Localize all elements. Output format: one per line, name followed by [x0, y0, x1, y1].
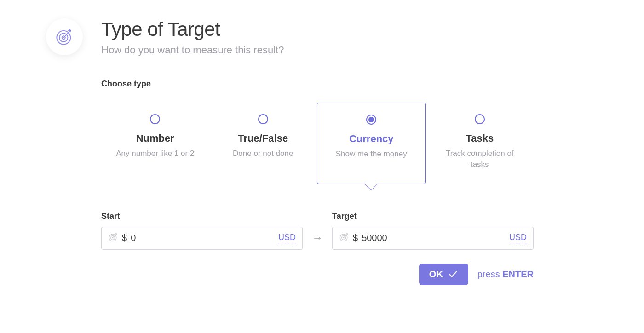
type-title: Currency: [324, 133, 419, 145]
type-desc: Any number like 1 or 2: [108, 148, 202, 159]
type-option-number[interactable]: Number Any number like 1 or 2: [101, 103, 209, 184]
start-input[interactable]: [131, 233, 275, 243]
target-input-container: $ USD: [332, 227, 534, 250]
arrow-right-icon: →: [312, 231, 323, 250]
type-desc: Done or not done: [216, 148, 310, 159]
type-desc: Show me the money: [324, 149, 419, 160]
target-icon-badge: [46, 18, 83, 55]
type-option-currency[interactable]: Currency Show me the money: [317, 103, 426, 184]
value-inputs-row: Start $ USD → Target $ USD: [101, 212, 534, 250]
target-icon: [108, 232, 118, 244]
radio-icon: [258, 114, 268, 124]
currency-symbol: $: [353, 233, 358, 243]
radio-icon: [366, 115, 376, 125]
type-title: Number: [108, 132, 202, 144]
page-title: Type of Target: [101, 18, 284, 40]
type-desc: Track completion of tasks: [433, 148, 527, 170]
type-title: True/False: [216, 132, 310, 144]
start-input-container: $ USD: [101, 227, 303, 250]
start-label: Start: [101, 212, 303, 221]
press-enter-hint: press ENTER: [477, 269, 534, 280]
choose-type-label: Choose type: [101, 79, 534, 89]
type-option-tasks[interactable]: Tasks Track completion of tasks: [426, 103, 534, 184]
type-option-truefalse[interactable]: True/False Done or not done: [209, 103, 317, 184]
enter-word: ENTER: [502, 269, 534, 279]
target-icon: [339, 232, 349, 244]
currency-code-selector[interactable]: USD: [509, 233, 527, 243]
target-input[interactable]: [362, 233, 506, 243]
page-subtitle: How do you want to measure this result?: [101, 44, 284, 56]
press-word: press: [477, 269, 500, 279]
ok-button[interactable]: OK: [419, 264, 468, 285]
radio-icon: [475, 114, 485, 124]
type-title: Tasks: [433, 132, 527, 144]
footer-actions: OK press ENTER: [101, 264, 534, 285]
svg-line-3: [63, 32, 69, 38]
currency-code-selector[interactable]: USD: [278, 233, 296, 243]
page-header: Type of Target How do you want to measur…: [46, 18, 598, 56]
type-options-row: Number Any number like 1 or 2 True/False…: [101, 103, 534, 184]
radio-icon: [150, 114, 160, 124]
check-icon: [448, 269, 458, 279]
target-icon: [55, 27, 74, 46]
ok-button-label: OK: [429, 269, 443, 280]
currency-symbol: $: [122, 233, 127, 243]
target-label: Target: [332, 212, 534, 221]
